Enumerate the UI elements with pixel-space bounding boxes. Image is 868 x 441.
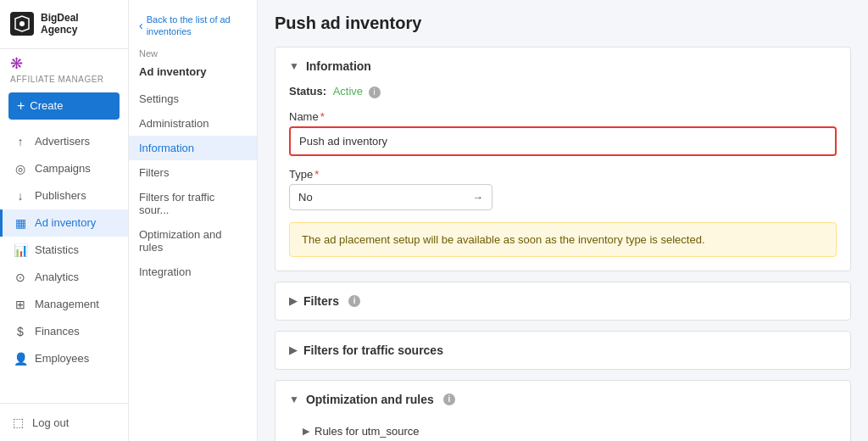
type-select[interactable]: No → (289, 184, 492, 210)
sub-nav-filters-traffic[interactable]: Filters for traffic sour... (129, 185, 257, 222)
finances-icon: $ (13, 325, 28, 338)
ad-inventory-icon: ▦ (13, 216, 28, 230)
affiliate-manager-icon: ❋ (10, 54, 118, 73)
sidebar-bottom: ⬚ Log out (0, 403, 128, 441)
filters-traffic-section-header[interactable]: ▶ Filters for traffic sources (275, 332, 850, 369)
create-button[interactable]: + Create (8, 92, 120, 120)
sidebar-item-advertisers[interactable]: ↑ Advertisers (0, 128, 128, 155)
logo: BigDeal Agency (0, 0, 128, 49)
optimization-section: ▼ Optimization and rules i ▶ Rules for u… (275, 380, 851, 441)
sub-sidebar: ‹ Back to the list of ad inventories New… (129, 0, 258, 441)
campaigns-icon: ◎ (13, 162, 28, 176)
back-chevron-icon: ‹ (139, 19, 143, 32)
information-section-body: Status: Active i Name* Type* No (275, 85, 850, 271)
required-star: * (320, 110, 325, 123)
app-name: BigDeal (41, 12, 79, 24)
optimization-section-header[interactable]: ▼ Optimization and rules i (275, 381, 850, 418)
publishers-icon: ↓ (13, 189, 28, 203)
page-title: Push ad inventory (275, 14, 851, 33)
filters-section-header[interactable]: ▶ Filters i (275, 282, 850, 320)
logout-icon: ⬚ (10, 416, 25, 429)
utm-source-chevron-icon: ▶ (303, 426, 309, 437)
sidebar: BigDeal Agency ❋ AFFILIATE MANAGER + Cre… (0, 0, 129, 441)
sidebar-item-statistics[interactable]: 📊 Statistics (0, 237, 128, 264)
filters-chevron-icon: ▶ (289, 295, 297, 307)
filters-section: ▶ Filters i (275, 282, 851, 321)
sub-nav-settings[interactable]: Settings (129, 87, 257, 111)
plus-icon: + (17, 98, 25, 114)
status-value: Active (333, 85, 363, 98)
filters-traffic-section: ▶ Filters for traffic sources (275, 331, 851, 370)
sub-nav-integration[interactable]: Integration (129, 260, 257, 284)
sidebar-item-ad-inventory[interactable]: ▦ Ad inventory (0, 209, 128, 237)
main-nav: ↑ Advertisers ◎ Campaigns ↓ Publishers ▦… (0, 128, 128, 403)
optimization-chevron-icon: ▼ (289, 394, 299, 405)
type-arrow-icon: → (472, 191, 483, 204)
sub-nav-administration[interactable]: Administration (129, 111, 257, 136)
utm-source-header[interactable]: ▶ Rules for utm_source (289, 418, 837, 441)
sub-nav-optimization[interactable]: Optimization and rules (129, 222, 257, 260)
status-info-icon: i (369, 87, 381, 98)
main-area: ‹ Back to the list of ad inventories New… (129, 0, 868, 441)
sidebar-item-analytics[interactable]: ⊙ Analytics (0, 264, 128, 291)
information-section-header[interactable]: ▼ Information (275, 47, 850, 85)
role-label: ❋ AFFILIATE MANAGER (0, 49, 128, 87)
information-chevron-icon: ▼ (289, 60, 299, 72)
sidebar-item-management[interactable]: ⊞ Management (0, 291, 128, 318)
type-required-star: * (314, 168, 319, 181)
sub-new-label: New (129, 47, 257, 65)
sidebar-item-campaigns[interactable]: ◎ Campaigns (0, 155, 128, 182)
name-input[interactable] (291, 128, 835, 154)
sidebar-item-finances[interactable]: $ Finances (0, 318, 128, 345)
sub-nav-filters[interactable]: Filters (129, 160, 257, 185)
logout-button[interactable]: ⬚ Log out (0, 409, 128, 436)
content-area: Push ad inventory ▼ Information Status: … (258, 0, 868, 441)
management-icon: ⊞ (13, 298, 28, 311)
information-section: ▼ Information Status: Active i Name* (275, 47, 851, 271)
employees-icon: 👤 (13, 352, 28, 366)
advertisers-icon: ↑ (13, 135, 28, 148)
type-label: Type* (289, 168, 837, 181)
statistics-icon: 📊 (13, 243, 28, 257)
info-banner: The ad placement setup will be available… (289, 222, 837, 257)
name-input-wrapper (289, 126, 837, 156)
sidebar-item-employees[interactable]: 👤 Employees (0, 345, 128, 372)
svg-point-1 (19, 21, 25, 26)
sub-section-name: Ad inventory (129, 65, 257, 87)
sidebar-item-publishers[interactable]: ↓ Publishers (0, 182, 128, 209)
optimization-section-body: ▶ Rules for utm_source ▶ Rules for isp (275, 418, 850, 441)
filters-info-icon: i (348, 295, 360, 307)
filters-traffic-chevron-icon: ▶ (289, 344, 297, 356)
status-row: Status: Active i (289, 85, 837, 98)
sub-layout: ‹ Back to the list of ad inventories New… (129, 0, 868, 441)
sub-nav-information[interactable]: Information (129, 136, 257, 160)
app-sub: Agency (41, 24, 79, 36)
logo-icon (10, 12, 34, 36)
analytics-icon: ⊙ (13, 271, 28, 284)
back-link[interactable]: ‹ Back to the list of ad inventories (129, 8, 257, 47)
optimization-info-icon: i (443, 394, 455, 405)
name-label: Name* (289, 110, 837, 123)
